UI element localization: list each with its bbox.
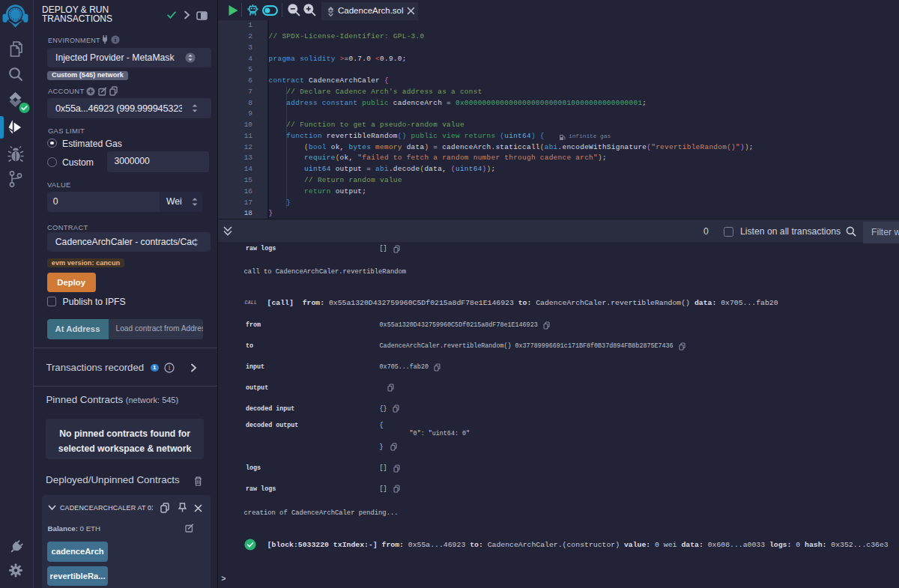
svg-text:i: i — [169, 364, 171, 372]
